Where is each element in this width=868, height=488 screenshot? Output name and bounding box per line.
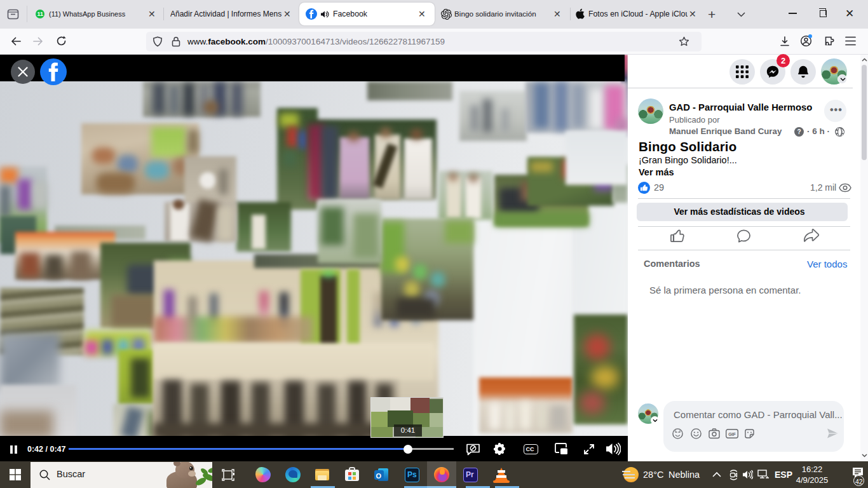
svg-text:GIF: GIF: [728, 432, 736, 437]
svg-text:?: ?: [797, 128, 801, 135]
